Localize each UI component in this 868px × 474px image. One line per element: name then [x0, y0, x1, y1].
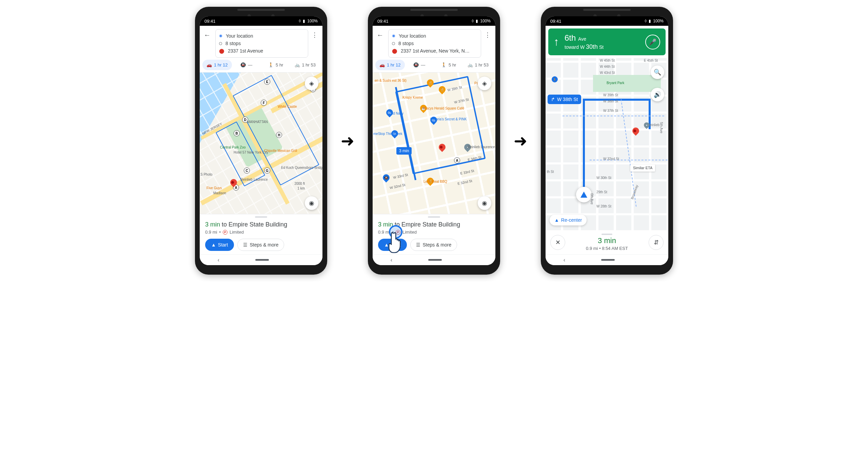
mode-walk-time: 5 hr — [449, 62, 456, 67]
transit-icon: 🚇 — [413, 62, 419, 67]
stop-b[interactable]: B — [234, 130, 240, 136]
street-6th-ave-hint: 6th Ave — [590, 193, 594, 204]
street-w44: W 44th St — [600, 65, 615, 68]
origin-label: Your location — [226, 33, 253, 39]
mode-walk-time: 5 hr — [276, 62, 283, 67]
mode-car-tab[interactable]: 🚗1 hr 12 — [375, 60, 405, 70]
alternate-routes-button[interactable]: ⇵ — [649, 235, 664, 250]
poi-gamestop: meStop ThinkGeek — [373, 132, 402, 136]
transit-icon: 🚇 — [240, 62, 246, 67]
scale-km: 1 km — [297, 186, 305, 190]
nav-back-icon[interactable]: ‹ — [218, 257, 219, 263]
destination-pin-icon: ⬤ — [392, 48, 397, 54]
start-label: Start — [218, 242, 228, 248]
card-drag-handle[interactable] — [255, 216, 267, 218]
stop-h[interactable]: H — [276, 132, 282, 138]
audio-button[interactable]: 🔊 — [651, 88, 664, 101]
route-summary-box[interactable]: Your location 8 stops ⬤2337 1st Avenue — [215, 29, 308, 58]
destination-label: 2337 1st Avenue, New York, NY 1... — [401, 48, 472, 54]
card-drag-handle[interactable] — [601, 234, 612, 235]
back-button[interactable]: ← — [377, 29, 385, 39]
android-nav-bar: ‹ — [373, 254, 495, 265]
parking-icon: P — [223, 230, 228, 235]
recenter-label: Re-center — [561, 217, 582, 223]
nav-home-pill[interactable] — [601, 259, 615, 261]
start-button[interactable]: ▲Start — [205, 239, 234, 251]
nav-trip-info[interactable]: 3 min 0.9 mi • 8:54 AM EST — [569, 234, 645, 251]
stop-e[interactable]: E — [264, 79, 270, 85]
my-location-button[interactable]: ◉ — [305, 196, 318, 210]
battery-icon: ▮ — [476, 19, 478, 23]
screen-1: 09:41 ◊ ▮ 100% ← Your location 8 stops ⬤… — [200, 16, 322, 265]
poi-central-park-zoo: Central Park Zoo — [220, 145, 246, 149]
overflow-menu-button[interactable]: ⋮ — [485, 29, 491, 39]
search-button[interactable]: 🔍 — [651, 65, 664, 79]
card-subtitle: 0.9 mi • P Limited — [205, 230, 317, 235]
mode-transit-time: — — [248, 62, 252, 67]
bike-icon: 🚲 — [295, 62, 300, 67]
mode-car-time: 1 hr 12 — [387, 62, 400, 67]
nav-arrow-icon: ▲ — [211, 242, 216, 248]
mode-walk-tab[interactable]: 🚶5 hr — [434, 60, 463, 70]
recenter-button[interactable]: ▲Re-center — [550, 215, 587, 225]
stop-c[interactable]: C — [244, 167, 250, 174]
nav-back-icon[interactable]: ‹ — [391, 257, 392, 263]
status-right: ◊ ▮ 100% — [472, 19, 491, 23]
mode-transit-tab[interactable]: 🚇— — [405, 60, 434, 70]
street-w38: W 38th St — [603, 99, 618, 103]
nav-back-icon[interactable]: ‹ — [564, 257, 565, 263]
street-w30: W 30th St — [596, 176, 611, 180]
phone-frame-3: 09:41 ◊ ▮ 100% ↑ 6th Ave toward W 30th S… — [541, 7, 673, 275]
stop-a[interactable]: A — [454, 157, 460, 163]
poi-reinlieb: Reinlieb Laurence — [468, 145, 495, 149]
phone-notch — [583, 9, 631, 11]
nav-remaining-time: 3 min — [569, 236, 645, 245]
voice-search-button[interactable]: 🎤 — [645, 35, 660, 50]
steps-button[interactable]: ☰Steps & more — [410, 239, 457, 251]
steps-button[interactable]: ☰Steps & more — [237, 239, 284, 251]
poi-s-photo: S Photo — [200, 173, 213, 176]
nav-home-pill[interactable] — [255, 259, 269, 261]
card-drag-handle[interactable] — [428, 216, 440, 218]
navigation-banner[interactable]: ↑ 6th Ave toward W 30th St 🎤 — [548, 28, 666, 55]
map-canvas-1[interactable]: A B C D E F G H I White Castle MANHATTAN… — [200, 73, 322, 214]
stop-g[interactable]: G — [264, 167, 270, 174]
map-canvas-2[interactable]: 3 min A 🍴 🍴 🛍 🛍 🛍 ☕ 🍴 • 🚇 en & Sushi est… — [373, 73, 495, 214]
travel-mode-tabs: 🚗1 hr 12 🚇— 🚶5 hr 🚲1 hr 53 — [373, 60, 495, 73]
poi-krispy: Krispy Kreme — [402, 96, 423, 99]
poi-lets-meat: Let's Meat BBQ — [423, 180, 447, 183]
mode-car-tab[interactable]: 🚗1 hr 12 — [202, 60, 232, 70]
route-summary-box[interactable]: Your location 8 stops ⬤2337 1st Avenue, … — [388, 29, 481, 58]
screen-3: 09:41 ◊ ▮ 100% ↑ 6th Ave toward W 30th S… — [546, 16, 668, 265]
overflow-menu-button[interactable]: ⋮ — [312, 29, 318, 39]
stops-dot-icon — [219, 42, 222, 45]
scale-ft: 2000 ft — [294, 182, 305, 185]
close-navigation-button[interactable]: ✕ — [550, 235, 565, 250]
card-eta: 3 min — [205, 221, 220, 228]
card-title: 3 min to Empire State Building — [205, 221, 317, 228]
mode-walk-tab[interactable]: 🚶5 hr — [261, 60, 291, 70]
stop-f[interactable]: F — [261, 100, 267, 106]
origin-dot-icon — [392, 34, 395, 38]
directions-header: ← Your location 8 stops ⬤2337 1st Avenue… — [373, 26, 495, 60]
nav-street-main: 6th — [565, 33, 576, 42]
layers-button[interactable]: ◈ — [305, 77, 318, 90]
mode-car-time: 1 hr 12 — [214, 62, 228, 67]
card-parking: Limited — [230, 230, 244, 235]
back-button[interactable]: ← — [204, 29, 212, 39]
my-location-button[interactable]: ◉ — [478, 196, 491, 210]
nav-home-pill[interactable] — [428, 259, 442, 261]
battery-pct: 100% — [480, 19, 491, 23]
mode-bike-tab[interactable]: 🚲1 hr 53 — [463, 60, 493, 70]
layers-button[interactable]: ◈ — [478, 77, 491, 90]
map-canvas-3[interactable]: Bryant Park ↱W 38th St W 45th St E 45th … — [546, 58, 668, 230]
stops-dot-icon — [392, 42, 395, 45]
street-w45: W 45th St — [600, 59, 615, 62]
mode-transit-tab[interactable]: 🚇— — [232, 60, 261, 70]
route-card[interactable]: 3 min to Empire State Building 0.9 mi • … — [200, 214, 322, 254]
mode-bike-tab[interactable]: 🚲1 hr 53 — [291, 60, 320, 70]
card-distance: 0.9 mi — [205, 230, 217, 235]
nav-instruction-text: 6th Ave toward W 30th St — [565, 33, 640, 51]
battery-icon: ▮ — [303, 19, 305, 23]
status-right: ◊ ▮ 100% — [645, 19, 664, 23]
